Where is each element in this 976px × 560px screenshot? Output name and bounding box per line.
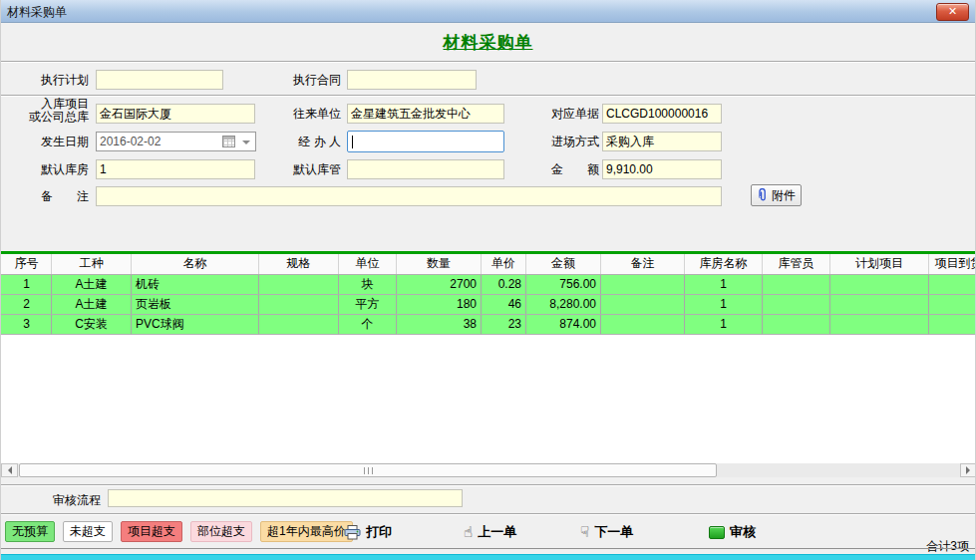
table-cell: 2 xyxy=(2,295,52,314)
table-cell xyxy=(830,295,929,314)
column-header[interactable]: 计划项目 xyxy=(830,254,929,274)
text-caret xyxy=(352,136,353,148)
column-header[interactable]: 库管员 xyxy=(763,254,830,274)
table-cell xyxy=(601,295,685,314)
table-cell: 块 xyxy=(339,275,397,294)
prev-order-button[interactable]: ☝ 上一单 xyxy=(464,522,516,542)
table-cell: 180 xyxy=(397,295,482,314)
table-cell: 个 xyxy=(339,315,397,334)
table-cell xyxy=(929,275,976,294)
column-header[interactable]: 单位 xyxy=(339,254,397,274)
divider-review xyxy=(1,484,975,486)
table-cell: 46 xyxy=(482,295,526,314)
table-cell: C安装 xyxy=(52,315,132,334)
table-cell: 0.28 xyxy=(482,275,526,294)
column-header[interactable]: 名称 xyxy=(132,254,259,274)
column-header[interactable]: 数量 xyxy=(397,254,482,274)
legend-badge: 项目超支 xyxy=(121,521,182,542)
attachment-button[interactable]: 附件 xyxy=(751,184,802,206)
exec-plan-label: 执行计划 xyxy=(1,73,89,87)
project-label: 入库项目 或公司总库 xyxy=(1,98,89,124)
counterpart-label: 往来单位 xyxy=(281,107,341,121)
table-cell: 2700 xyxy=(397,275,482,294)
horizontal-scrollbar[interactable] xyxy=(1,463,976,477)
next-order-button[interactable]: ☟ 下一单 xyxy=(580,522,633,542)
legend-badge: 部位超支 xyxy=(190,521,252,542)
date-picker[interactable]: 2016-02-02 xyxy=(96,132,256,151)
arrow-right-icon xyxy=(966,466,974,474)
scroll-right-button[interactable] xyxy=(960,463,976,477)
remark-input[interactable] xyxy=(96,186,722,206)
total-items-label: 合计3项 xyxy=(926,538,969,555)
column-header[interactable]: 单价 xyxy=(482,254,526,274)
printer-icon xyxy=(344,525,361,540)
attachment-label: 附件 xyxy=(772,187,796,204)
entry-mode-input[interactable] xyxy=(602,132,722,151)
legend-badge: 无预算 xyxy=(5,521,55,542)
table-cell: A土建 xyxy=(52,295,132,314)
doc-no-label: 对应单据 xyxy=(539,107,599,121)
audit-label: 审核 xyxy=(730,523,756,541)
close-icon[interactable]: ✕ xyxy=(936,3,969,21)
review-flow-input[interactable] xyxy=(108,489,463,507)
column-header[interactable]: 库房名称 xyxy=(685,254,763,274)
default-keeper-label: 默认库管 xyxy=(281,162,341,176)
table-cell xyxy=(601,315,685,334)
review-flow-label: 审核流程 xyxy=(1,492,101,509)
legend-badge: 未超支 xyxy=(63,521,113,542)
table-row[interactable]: 3C安装PVC球阀个3823874.001 xyxy=(1,315,976,335)
table-cell: 平方 xyxy=(339,295,397,314)
exec-plan-input[interactable] xyxy=(96,70,223,90)
amount-input[interactable] xyxy=(602,159,722,179)
table-body: 1A土建机砖块27000.28756.0012A土建页岩板平方180468,28… xyxy=(1,275,976,335)
hand-down-icon: ☟ xyxy=(580,525,589,540)
counterpart-input[interactable] xyxy=(347,104,504,124)
print-button[interactable]: 打印 xyxy=(344,522,392,542)
column-header[interactable]: 项目到货 xyxy=(929,254,976,274)
items-table: 序号工种名称规格单位数量单价金额备注库房名称库管员计划项目项目到货 1A土建机砖… xyxy=(1,251,976,463)
remark-label: 备 注 xyxy=(1,189,89,203)
scrollbar-thumb[interactable] xyxy=(19,463,717,477)
project-label-line2: 或公司总库 xyxy=(1,111,89,124)
column-header[interactable]: 规格 xyxy=(259,254,339,274)
handler-input[interactable] xyxy=(347,131,504,152)
default-warehouse-label: 默认库房 xyxy=(1,162,89,176)
calendar-icon[interactable] xyxy=(222,136,235,147)
handler-label: 经 办 人 xyxy=(281,135,341,148)
table-cell: 23 xyxy=(482,315,526,334)
divider-footer xyxy=(1,513,975,515)
table-cell xyxy=(763,315,830,334)
table-cell xyxy=(259,295,339,314)
date-label: 发生日期 xyxy=(1,135,89,148)
chevron-down-icon[interactable] xyxy=(242,140,250,148)
prev-order-label: 上一单 xyxy=(478,523,516,541)
hand-up-icon: ☝ xyxy=(464,525,473,540)
window-title: 材料采购单 xyxy=(7,4,67,21)
table-cell xyxy=(259,275,339,294)
doc-no-input[interactable] xyxy=(602,104,722,124)
table-cell xyxy=(259,315,339,334)
column-header[interactable]: 备注 xyxy=(601,254,685,274)
table-header-row: 序号工种名称规格单位数量单价金额备注库房名称库管员计划项目项目到货 xyxy=(1,254,976,275)
table-row[interactable]: 2A土建页岩板平方180468,280.001 xyxy=(1,295,976,315)
entry-mode-label: 进场方式 xyxy=(539,135,599,148)
exec-contract-input[interactable] xyxy=(347,70,477,90)
column-header[interactable]: 工种 xyxy=(52,254,132,274)
default-warehouse-input[interactable] xyxy=(96,159,255,179)
amount-label: 金 额 xyxy=(539,162,599,176)
bottom-divider xyxy=(1,548,975,549)
project-input[interactable] xyxy=(96,104,255,124)
divider-row1 xyxy=(1,95,975,97)
table-cell xyxy=(830,315,929,334)
table-cell xyxy=(929,315,976,334)
audit-button[interactable]: 审核 xyxy=(709,522,756,542)
scroll-left-button[interactable] xyxy=(1,463,18,477)
page-title: 材料采购单 xyxy=(1,31,975,54)
column-header[interactable]: 序号 xyxy=(2,254,52,274)
default-keeper-input[interactable] xyxy=(347,159,504,179)
column-header[interactable]: 金额 xyxy=(526,254,601,274)
table-row[interactable]: 1A土建机砖块27000.28756.001 xyxy=(1,275,976,295)
table-cell xyxy=(763,275,830,294)
arrow-left-icon xyxy=(4,466,12,474)
table-cell: 1 xyxy=(2,275,52,294)
